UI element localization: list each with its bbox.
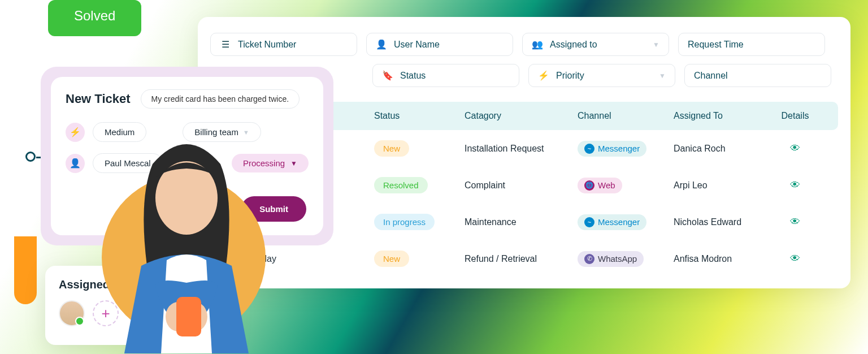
assignee-avatar[interactable] — [59, 300, 85, 326]
cell-assigned: Anfisa Modron — [674, 254, 775, 264]
cell-assigned: Danica Roch — [674, 144, 775, 154]
filter-label: Priority — [556, 71, 584, 81]
chevron-down-icon: ▼ — [659, 72, 666, 80]
cell-assigned: Arpi Leo — [674, 180, 775, 191]
bolt-icon: ⚡ — [538, 70, 549, 81]
user-icon: 👤 — [66, 154, 85, 173]
cell-category: Installation Request — [465, 144, 578, 154]
cell-category: Refund / Retrieval — [465, 254, 578, 264]
filter-label: Request Time — [688, 40, 744, 50]
filter-request-time[interactable]: Request Time — [678, 33, 825, 56]
status-badge: Resolved — [374, 177, 428, 193]
cell-assigned: Nicholas Edward — [674, 217, 775, 227]
new-ticket-title: New Ticket — [66, 92, 131, 106]
state-select[interactable]: Processing ▼ — [232, 154, 309, 172]
channel-badge: ~Messenger — [578, 141, 646, 157]
filter-label: Status — [400, 71, 426, 81]
th-assigned: Assigned To — [674, 111, 775, 121]
table-row: Refund Delay New Refund / Retrieval ✆Wha… — [210, 240, 838, 277]
whatsapp-icon: ✆ — [584, 254, 594, 264]
view-details-button[interactable]: 👁 — [790, 253, 800, 264]
ticket-subject-input[interactable]: My credit card has been charged twice. — [141, 89, 300, 109]
filter-label: Assigned to — [550, 40, 597, 50]
cell-category: Maintenance — [465, 217, 578, 227]
filter-priority[interactable]: ⚡ Priority ▼ — [528, 64, 675, 87]
filter-row-1: ☰ Ticket Number 👤 User Name 👥 Assigned t… — [210, 33, 838, 56]
solved-badge: Solved — [48, 0, 141, 36]
filter-assigned-to[interactable]: 👥 Assigned to ▼ — [522, 33, 669, 56]
status-badge: In progress — [374, 214, 435, 230]
messenger-icon: ~ — [584, 144, 594, 154]
decorative-circle — [102, 175, 266, 339]
user-select[interactable]: Paul Mescal — [93, 153, 163, 173]
globe-icon: 🌐 — [584, 180, 594, 191]
channel-badge: 🌐Web — [578, 178, 622, 193]
view-details-button[interactable]: 👁 — [790, 179, 800, 191]
bookmark-icon: 🔖 — [382, 70, 393, 81]
channel-badge: ~Messenger — [578, 214, 646, 230]
view-details-button[interactable]: 👁 — [790, 143, 800, 154]
chevron-down-icon: ▼ — [243, 129, 249, 136]
filter-ticket-number[interactable]: ☰ Ticket Number — [210, 33, 357, 56]
users-icon: 👥 — [532, 39, 543, 50]
list-icon: ☰ — [220, 39, 231, 50]
view-details-button[interactable]: 👁 — [790, 216, 800, 227]
team-select[interactable]: Billing team ▼ — [183, 122, 261, 142]
status-badge: New — [374, 251, 409, 267]
add-assignee-button[interactable]: + — [93, 300, 119, 326]
status-badge: New — [374, 140, 409, 157]
priority-select[interactable]: Medium — [93, 122, 146, 142]
filter-label: User Name — [394, 40, 440, 50]
filter-label: Ticket Number — [238, 40, 296, 50]
user-icon: 👤 — [376, 39, 387, 50]
bolt-icon: ⚡ — [66, 123, 85, 142]
filter-label: Channel — [694, 71, 728, 81]
th-category: Catagory — [465, 111, 578, 121]
decorative-orange-shape — [14, 236, 37, 304]
channel-badge: ✆WhatsApp — [578, 251, 644, 267]
chevron-down-icon: ▼ — [653, 41, 659, 49]
cell-category: Complaint — [465, 180, 578, 191]
decorative-connector — [25, 152, 36, 162]
chevron-down-icon: ▼ — [290, 159, 297, 167]
filter-channel[interactable]: Channel — [684, 64, 831, 87]
filter-status[interactable]: 🔖 Status — [372, 64, 519, 87]
messenger-icon: ~ — [584, 217, 594, 227]
th-channel: Channel — [578, 111, 674, 121]
filter-user-name[interactable]: 👤 User Name — [366, 33, 513, 56]
th-details: Details — [775, 111, 815, 121]
th-status: Status — [374, 111, 465, 121]
